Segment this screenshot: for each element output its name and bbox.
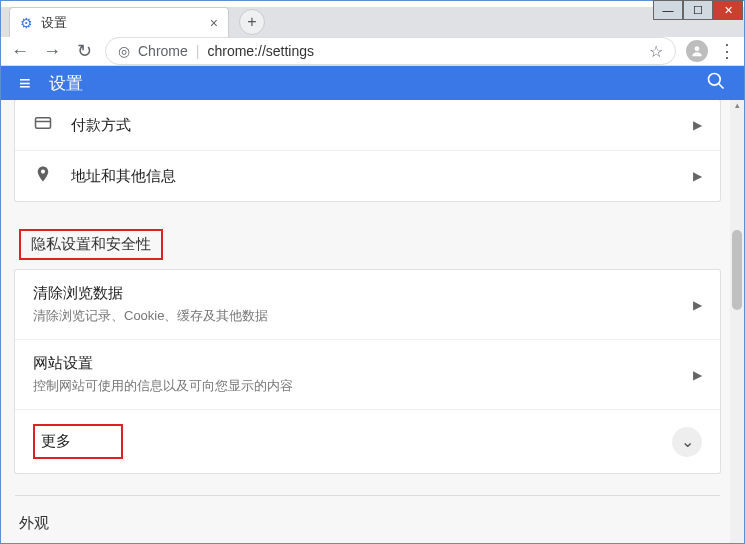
svg-point-0 xyxy=(695,46,700,51)
clear-browsing-data-row[interactable]: 清除浏览数据 清除浏览记录、Cookie、缓存及其他数据 ▶ xyxy=(15,270,720,339)
row-subtitle: 清除浏览记录、Cookie、缓存及其他数据 xyxy=(33,307,675,325)
divider xyxy=(15,495,720,496)
chrome-logo-icon: ◎ xyxy=(118,43,130,59)
scroll-up-button[interactable]: ▴ xyxy=(730,100,744,114)
svg-rect-3 xyxy=(36,118,51,129)
privacy-section-heading: 隐私设置和安全性 xyxy=(15,223,720,270)
profile-avatar[interactable] xyxy=(686,40,708,62)
browser-menu-button[interactable]: ⋮ xyxy=(718,40,736,62)
browser-toolbar: ← → ↻ ◎ Chrome | chrome://settings ☆ ⋮ xyxy=(1,37,744,66)
more-row[interactable]: 更多 ⌄ xyxy=(15,409,720,473)
more-label: 更多 xyxy=(41,432,71,449)
menu-icon[interactable]: ≡ xyxy=(19,72,31,95)
privacy-card: 清除浏览数据 清除浏览记录、Cookie、缓存及其他数据 ▶ 网站设置 控制网站… xyxy=(15,270,720,473)
chevron-right-icon: ▶ xyxy=(693,368,702,382)
close-tab-button[interactable]: × xyxy=(210,15,218,31)
chevron-right-icon: ▶ xyxy=(693,298,702,312)
addresses-row[interactable]: 地址和其他信息 ▶ xyxy=(15,150,720,201)
reload-button[interactable]: ↻ xyxy=(73,40,95,62)
omnibox-prefix: Chrome xyxy=(138,43,188,59)
chevron-right-icon: ▶ xyxy=(693,169,702,183)
window-maximize-button[interactable]: ☐ xyxy=(683,0,713,20)
payment-methods-row[interactable]: 付款方式 ▶ xyxy=(15,100,720,150)
credit-card-icon xyxy=(33,114,53,136)
bookmark-star-icon[interactable]: ☆ xyxy=(649,42,663,61)
highlight-box: 隐私设置和安全性 xyxy=(19,229,163,260)
appearance-section-heading: 外观 xyxy=(15,508,720,543)
scrollbar-thumb[interactable] xyxy=(732,230,742,310)
window-minimize-button[interactable]: — xyxy=(653,0,683,20)
site-settings-row[interactable]: 网站设置 控制网站可使用的信息以及可向您显示的内容 ▶ xyxy=(15,339,720,409)
autofill-card: 付款方式 ▶ 地址和其他信息 ▶ xyxy=(15,100,720,201)
forward-button[interactable]: → xyxy=(41,41,63,62)
window-controls: — ☐ ✕ xyxy=(653,0,743,20)
tab-title: 设置 xyxy=(41,14,202,32)
address-bar[interactable]: ◎ Chrome | chrome://settings ☆ xyxy=(105,37,676,65)
row-subtitle: 控制网站可使用的信息以及可向您显示的内容 xyxy=(33,377,675,395)
omnibox-url: chrome://settings xyxy=(207,43,314,59)
row-title: 地址和其他信息 xyxy=(71,167,675,186)
row-title: 付款方式 xyxy=(71,116,675,135)
tab-strip: ⚙ 设置 × + xyxy=(1,7,744,37)
chevron-right-icon: ▶ xyxy=(693,118,702,132)
window-close-button[interactable]: ✕ xyxy=(713,0,743,20)
omnibox-separator: | xyxy=(196,43,200,59)
search-icon[interactable] xyxy=(706,71,726,96)
svg-point-1 xyxy=(709,73,721,85)
highlight-box: 更多 xyxy=(33,424,123,459)
row-title: 清除浏览数据 xyxy=(33,284,675,303)
settings-header: ≡ 设置 xyxy=(1,66,744,100)
row-title: 网站设置 xyxy=(33,354,675,373)
browser-tab[interactable]: ⚙ 设置 × xyxy=(9,7,229,37)
location-icon xyxy=(33,165,53,187)
back-button[interactable]: ← xyxy=(9,41,31,62)
chevron-down-icon: ⌄ xyxy=(681,432,694,451)
new-tab-button[interactable]: + xyxy=(239,9,265,35)
settings-title: 设置 xyxy=(49,72,688,95)
svg-line-2 xyxy=(719,83,724,88)
vertical-scrollbar[interactable]: ▴ xyxy=(730,100,744,543)
expand-button[interactable]: ⌄ xyxy=(672,427,702,457)
settings-content: 付款方式 ▶ 地址和其他信息 ▶ 隐私设置和安全性 xyxy=(1,100,730,543)
gear-icon: ⚙ xyxy=(20,15,33,31)
